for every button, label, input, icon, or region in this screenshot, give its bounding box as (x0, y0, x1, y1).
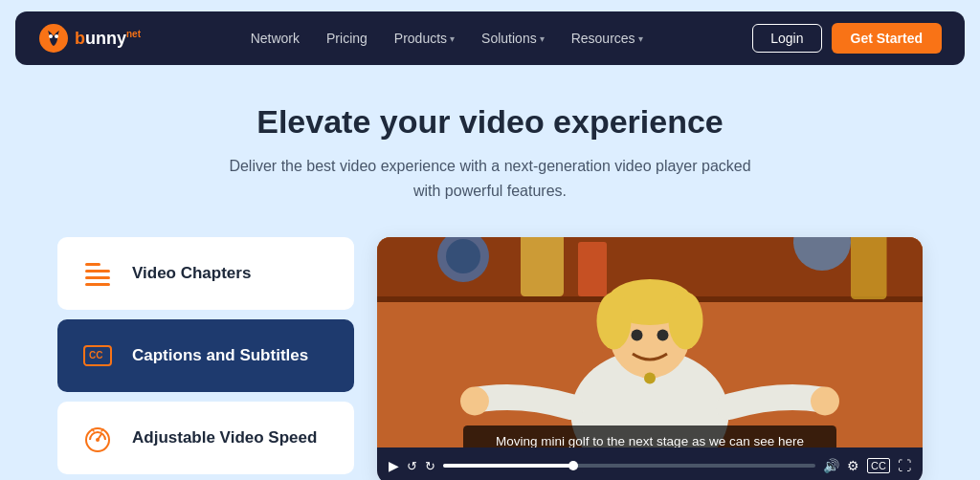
logo[interactable]: bunnynet (38, 23, 141, 54)
controls-right: 🔊 ⚙ CC ⛶ (823, 458, 911, 473)
nav-products[interactable]: Products ▾ (385, 25, 464, 52)
svg-rect-6 (85, 283, 110, 286)
svg-point-2 (55, 34, 58, 38)
settings-icon[interactable]: ⚙ (847, 458, 859, 473)
progress-bar[interactable] (443, 464, 815, 468)
speed-label: Adjustable Video Speed (132, 428, 317, 447)
subtitle-text: Moving mini golf to the next stage as we… (496, 434, 804, 447)
get-started-button[interactable]: Get Started (832, 23, 942, 54)
feature-list: Video Chapters CC Captions and Subtitles (57, 237, 354, 480)
feature-item-speed[interactable]: Adjustable Video Speed (57, 402, 354, 474)
resources-chevron-icon: ▾ (638, 33, 643, 44)
solutions-chevron-icon: ▾ (540, 33, 545, 44)
svg-point-31 (657, 330, 669, 341)
svg-rect-23 (851, 237, 887, 299)
feature-item-captions[interactable]: CC Captions and Subtitles (57, 319, 354, 392)
chapters-icon (78, 254, 117, 293)
nav-solutions[interactable]: Solutions ▾ (472, 25, 554, 52)
forward-button[interactable]: ↻ (425, 459, 435, 473)
svg-point-29 (669, 293, 703, 350)
products-chevron-icon: ▾ (450, 33, 455, 44)
hero-section: Elevate your video experience Deliver th… (0, 76, 980, 222)
video-thumbnail: Moving mini golf to the next stage as we… (377, 237, 923, 447)
logo-text: bunnynet (75, 29, 141, 49)
svg-point-33 (811, 387, 839, 416)
svg-point-11 (96, 438, 100, 442)
video-controls: ▶ ↺ ↻ 🔊 ⚙ CC ⛶ (377, 447, 923, 480)
login-button[interactable]: Login (752, 24, 821, 53)
svg-rect-5 (85, 276, 110, 279)
svg-point-19 (446, 239, 480, 273)
rewind-button[interactable]: ↺ (407, 459, 417, 473)
chapters-label: Video Chapters (132, 264, 251, 283)
svg-rect-3 (85, 263, 100, 266)
svg-point-32 (460, 387, 489, 416)
content-area: Video Chapters CC Captions and Subtitles (0, 222, 980, 480)
play-button[interactable]: ▶ (389, 458, 399, 473)
svg-text:CC: CC (89, 350, 102, 360)
nav-resources[interactable]: Resources ▾ (562, 25, 653, 52)
svg-rect-4 (85, 270, 110, 273)
hero-title: Elevate your video experience (19, 103, 961, 141)
svg-point-28 (597, 293, 632, 350)
hero-subtitle: Deliver the best video experience with a… (222, 154, 758, 203)
navbar: bunnynet Network Pricing Products ▾ Solu… (15, 11, 965, 65)
feature-item-chapters[interactable]: Video Chapters (57, 237, 354, 310)
svg-rect-21 (578, 242, 607, 296)
progress-fill (443, 464, 573, 468)
captions-toggle-icon[interactable]: CC (867, 458, 890, 473)
video-panel: Moving mini golf to the next stage as we… (377, 237, 923, 480)
speed-icon (78, 419, 117, 457)
fullscreen-icon[interactable]: ⛶ (898, 458, 911, 473)
svg-point-30 (632, 330, 643, 341)
nav-network[interactable]: Network (241, 25, 309, 52)
svg-point-1 (49, 34, 53, 38)
svg-rect-20 (521, 237, 564, 296)
volume-icon[interactable]: 🔊 (823, 458, 839, 473)
nav-pricing[interactable]: Pricing (317, 25, 377, 52)
svg-point-34 (644, 373, 656, 384)
nav-actions: Login Get Started (752, 23, 942, 54)
nav-links: Network Pricing Products ▾ Solutions ▾ R… (241, 25, 653, 52)
captions-icon: CC (78, 337, 117, 375)
progress-dot (568, 461, 578, 470)
captions-label: Captions and Subtitles (132, 346, 308, 365)
